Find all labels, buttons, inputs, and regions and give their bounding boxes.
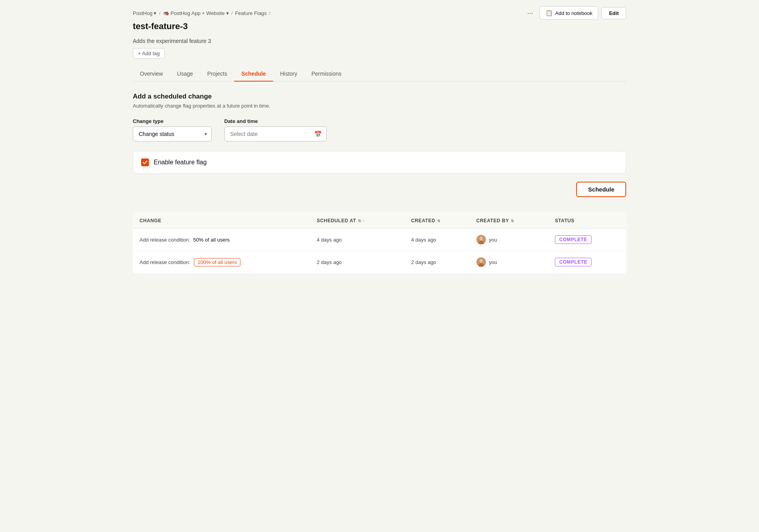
breadcrumb-sep-2: /	[231, 10, 233, 16]
status-cell-1: COMPLETE	[549, 229, 626, 251]
tab-projects[interactable]: Projects	[200, 67, 234, 82]
schedule-section-title: Add a scheduled change	[133, 93, 626, 100]
notebook-icon: 📋	[545, 9, 553, 17]
created-by-1: you	[470, 229, 549, 251]
col-created[interactable]: CREATED ⇅	[405, 213, 470, 229]
sort-created-by-icon: ⇅	[511, 219, 514, 223]
change-prefix-1: Add release condition:	[140, 237, 190, 243]
status-badge-2: COMPLETE	[555, 258, 592, 266]
add-to-notebook-label: Add to notebook	[555, 10, 593, 16]
tab-permissions[interactable]: Permissions	[304, 67, 348, 82]
date-input-wrapper: 📅	[224, 126, 327, 141]
breadcrumb-posthog[interactable]: PostHog ▾	[133, 10, 156, 16]
created-1: 4 days ago	[405, 229, 470, 251]
breadcrumb: PostHog ▾ / 🦔 PostHog App + Website ▾ / …	[133, 10, 270, 16]
change-type-select-wrapper: Change status Update rollout % Set prope…	[133, 126, 212, 141]
table-row: Add release condition: 50% of all users …	[133, 229, 626, 251]
add-to-notebook-button[interactable]: 📋 Add to notebook	[539, 6, 599, 20]
changes-table: CHANGE SCHEDULED AT ⇅ ↑ CREATED ⇅	[133, 213, 626, 273]
schedule-section: Add a scheduled change Automatically cha…	[133, 93, 626, 197]
created-2: 2 days ago	[405, 251, 470, 273]
change-type-field: Change type Change status Update rollout…	[133, 118, 212, 141]
col-status: STATUS	[549, 213, 626, 229]
breadcrumb-feature-flags[interactable]: Feature Flags	[235, 10, 266, 16]
schedule-form-row: Change type Change status Update rollout…	[133, 118, 626, 141]
avatar-1	[476, 235, 486, 244]
date-time-field: Date and time 📅	[224, 118, 327, 141]
col-scheduled-at[interactable]: SCHEDULED AT ⇅ ↑	[311, 213, 405, 229]
change-value-highlighted-2: 100% of all users	[194, 258, 240, 266]
tabs-nav: Overview Usage Projects Schedule History…	[133, 67, 626, 82]
scheduled-at-1: 4 days ago	[311, 229, 405, 251]
created-by-label-2: you	[489, 259, 497, 265]
status-badge-1: COMPLETE	[555, 235, 592, 244]
col-created-by[interactable]: CREATED BY ⇅	[470, 213, 549, 229]
page-title: test-feature-3	[133, 21, 626, 32]
avatar-2	[476, 257, 486, 267]
breadcrumb-sep-1: /	[159, 10, 160, 16]
created-by-2: you	[470, 251, 549, 273]
ellipsis-button[interactable]: ···	[524, 7, 536, 19]
tab-usage[interactable]: Usage	[170, 67, 200, 82]
tab-overview[interactable]: Overview	[133, 67, 170, 82]
change-cell-1: Add release condition: 50% of all users	[133, 229, 311, 251]
scheduled-at-2: 2 days ago	[311, 251, 405, 273]
col-change: CHANGE	[133, 213, 311, 229]
status-cell-2: COMPLETE	[549, 251, 626, 273]
add-tag-button[interactable]: + Add tag	[133, 48, 165, 59]
tab-history[interactable]: History	[273, 67, 305, 82]
svg-point-3	[480, 237, 482, 240]
tab-schedule[interactable]: Schedule	[234, 67, 273, 82]
breadcrumb-sep-3: /	[269, 10, 271, 16]
header-actions: ··· 📋 Add to notebook Edit	[524, 6, 626, 20]
schedule-button[interactable]: Schedule	[576, 182, 626, 197]
date-input[interactable]	[224, 126, 327, 141]
date-time-label: Date and time	[224, 118, 327, 124]
created-by-label-1: you	[489, 237, 497, 243]
change-type-select[interactable]: Change status Update rollout % Set prope…	[133, 126, 212, 141]
change-cell-2: Add release condition: 100% of all users	[133, 251, 311, 273]
sort-created-icon: ⇅	[437, 219, 441, 223]
breadcrumb-workspace[interactable]: 🦔 PostHog App + Website ▾	[163, 10, 229, 16]
enable-flag-card: Enable feature flag	[133, 151, 626, 174]
change-value-1: 50% of all users	[193, 237, 230, 243]
enable-flag-checkbox[interactable]	[141, 158, 149, 166]
table-row: Add release condition: 100% of all users…	[133, 251, 626, 273]
enable-flag-label: Enable feature flag	[154, 159, 206, 166]
table-header-row: CHANGE SCHEDULED AT ⇅ ↑ CREATED ⇅	[133, 213, 626, 229]
feature-description: Adds the experimental feature 3	[133, 38, 626, 44]
edit-button[interactable]: Edit	[601, 7, 626, 19]
change-prefix-2: Add release condition:	[140, 259, 190, 265]
schedule-btn-row: Schedule	[133, 182, 626, 197]
sort-scheduled-icon: ⇅ ↑	[358, 219, 365, 223]
svg-point-7	[480, 259, 482, 262]
schedule-section-desc: Automatically change flag properties at …	[133, 103, 626, 109]
change-type-label: Change type	[133, 118, 212, 124]
